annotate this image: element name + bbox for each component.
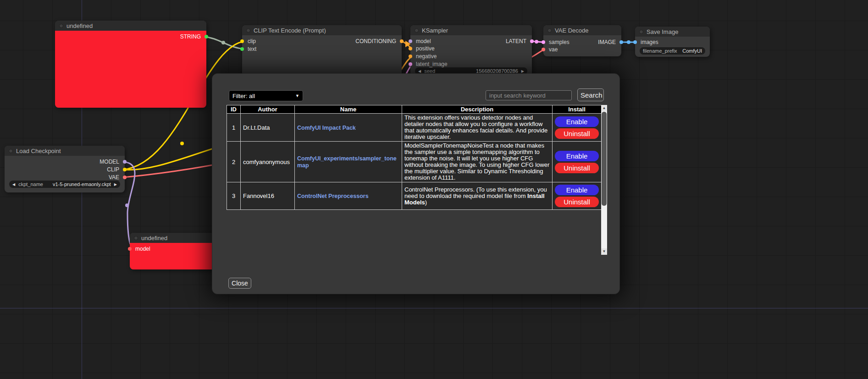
header-author: Author bbox=[241, 105, 295, 114]
input-pin-model[interactable] bbox=[409, 39, 412, 43]
input-pin-images[interactable] bbox=[633, 40, 637, 44]
node-title: Save Image bbox=[647, 28, 678, 35]
custom-nodes-manager-dialog: Filter: all ▼ Search ID Author Name Desc… bbox=[212, 73, 620, 294]
input-pin-text[interactable] bbox=[240, 47, 244, 51]
previous-icon[interactable]: ◀ bbox=[12, 182, 15, 187]
increment-icon[interactable]: ▶ bbox=[521, 69, 524, 73]
table-scrollbar[interactable]: ▲ ▼ bbox=[601, 105, 607, 255]
node-status-icon bbox=[415, 28, 419, 33]
filename-prefix-widget[interactable]: filename_prefix ComfyUI bbox=[640, 47, 705, 55]
enable-button[interactable]: Enable bbox=[555, 151, 599, 161]
input-label-negative: negative bbox=[416, 53, 437, 60]
input-label-model: model bbox=[135, 246, 150, 252]
input-pin-positive[interactable] bbox=[409, 47, 412, 50]
output-label-vae: VAE bbox=[109, 174, 119, 181]
cell-description: ControlNet Preprocessors. (To use this e… bbox=[402, 182, 553, 210]
table-row: 1 Dr.Lt.Data ComfyUI Impact Pack This ex… bbox=[227, 114, 602, 142]
input-label-samples: samples bbox=[549, 39, 569, 45]
uninstall-button[interactable]: Uninstall bbox=[555, 163, 599, 173]
output-pin-conditioning[interactable] bbox=[400, 39, 404, 43]
ckpt-name-value: v1-5-pruned-emaonly.ckpt bbox=[53, 181, 111, 187]
canvas-axis-horizontal bbox=[0, 308, 868, 308]
output-label-conditioning: CONDITIONING bbox=[355, 38, 396, 45]
enable-button[interactable]: Enable bbox=[555, 116, 599, 127]
header-name: Name bbox=[295, 105, 402, 114]
output-pin-latent[interactable] bbox=[530, 39, 534, 43]
extension-link[interactable]: ComfyUI Impact Pack bbox=[297, 125, 356, 131]
input-label-images: images bbox=[641, 39, 658, 45]
scroll-up-icon[interactable]: ▲ bbox=[601, 105, 607, 111]
cell-id: 2 bbox=[227, 142, 241, 182]
scroll-down-icon[interactable]: ▼ bbox=[601, 248, 607, 255]
node-title: Load Checkpoint bbox=[16, 148, 61, 154]
output-pin-string[interactable] bbox=[205, 35, 208, 38]
header-install: Install bbox=[553, 105, 602, 114]
filter-select[interactable]: Filter: all bbox=[229, 90, 303, 101]
close-button[interactable]: Close bbox=[228, 278, 251, 289]
input-label-model: model bbox=[416, 38, 431, 44]
node-title: undefined bbox=[66, 22, 93, 29]
output-pin-vae[interactable] bbox=[123, 176, 127, 179]
node-vae-decode[interactable]: VAE Decode samples IMAGE vae bbox=[543, 25, 621, 56]
output-label-string: STRING bbox=[180, 33, 201, 40]
extension-link[interactable]: ComfyUI_experiments/sampler_tonemap bbox=[297, 155, 397, 169]
node-titlebar[interactable]: undefined bbox=[55, 21, 206, 31]
cell-author: Fannovel16 bbox=[241, 182, 295, 210]
node-title: KSampler bbox=[422, 27, 448, 34]
node-titlebar[interactable]: Load Checkpoint bbox=[5, 146, 125, 156]
node-title: CLIP Text Encode (Prompt) bbox=[254, 27, 326, 34]
ckpt-name-label: ckpt_name bbox=[18, 181, 43, 187]
input-pin-model[interactable] bbox=[128, 247, 132, 251]
search-input[interactable] bbox=[486, 90, 572, 100]
decrement-icon[interactable]: ◀ bbox=[418, 69, 421, 73]
next-icon[interactable]: ▶ bbox=[114, 182, 117, 187]
uninstall-button[interactable]: Uninstall bbox=[555, 128, 599, 139]
search-button[interactable]: Search bbox=[577, 88, 604, 101]
input-label-vae: vae bbox=[549, 46, 558, 53]
filename-prefix-value: ComfyUI bbox=[682, 48, 702, 54]
node-save-image[interactable]: Save Image images filename_prefix ComfyU… bbox=[635, 27, 710, 57]
uninstall-button[interactable]: Uninstall bbox=[555, 197, 599, 207]
output-pin-model[interactable] bbox=[123, 160, 127, 164]
output-pin-clip[interactable] bbox=[123, 168, 127, 171]
node-titlebar[interactable]: KSampler bbox=[410, 25, 532, 35]
node-titlebar[interactable]: Save Image bbox=[635, 27, 710, 37]
input-pin-clip[interactable] bbox=[240, 39, 244, 43]
cell-id: 1 bbox=[227, 114, 241, 142]
cell-author: comfyanonymous bbox=[241, 142, 295, 182]
output-label-clip: CLIP bbox=[107, 166, 119, 173]
input-pin-negative[interactable] bbox=[409, 55, 412, 58]
cell-description: ModelSamplerTonemapNoiseTest a node that… bbox=[402, 142, 553, 182]
node-status-icon bbox=[639, 30, 643, 34]
input-pin-vae[interactable] bbox=[542, 48, 545, 51]
table-row: 3 Fannovel16 ControlNet Preprocessors Co… bbox=[227, 182, 602, 210]
extensions-table-wrap: ID Author Name Description Install 1 Dr.… bbox=[227, 105, 607, 255]
output-label-latent: LATENT bbox=[506, 38, 526, 45]
node-title: VAE Decode bbox=[555, 27, 588, 34]
node-title: undefined bbox=[141, 235, 167, 242]
input-pin-latent-image[interactable] bbox=[409, 62, 412, 66]
node-status-icon bbox=[547, 28, 552, 33]
node-load-checkpoint[interactable]: Load Checkpoint MODEL CLIP VAE ◀ ckpt_na… bbox=[5, 146, 125, 192]
scrollbar-thumb[interactable] bbox=[602, 112, 607, 206]
cell-install: Enable Uninstall bbox=[553, 114, 602, 142]
output-pin-image[interactable] bbox=[619, 40, 623, 44]
ckpt-name-widget[interactable]: ◀ ckpt_name v1-5-pruned-emaonly.ckpt ▶ bbox=[9, 181, 120, 188]
node-status-icon bbox=[9, 149, 13, 153]
header-id: ID bbox=[227, 105, 241, 114]
filename-prefix-label: filename_prefix bbox=[643, 48, 677, 54]
input-pin-samples[interactable] bbox=[542, 40, 545, 44]
cell-description: This extension offers various detector n… bbox=[402, 114, 553, 142]
node-ksampler[interactable]: KSampler model LATENT positive negative … bbox=[410, 25, 532, 78]
enable-button[interactable]: Enable bbox=[555, 185, 599, 195]
header-description: Description bbox=[402, 105, 553, 114]
input-label-text: text bbox=[248, 46, 256, 52]
node-titlebar[interactable]: VAE Decode bbox=[543, 25, 621, 35]
filter-select-wrap: Filter: all ▼ bbox=[229, 90, 303, 101]
input-label-clip: clip bbox=[248, 38, 256, 44]
extension-link[interactable]: ControlNet Preprocessors bbox=[297, 193, 369, 199]
node-undefined-top[interactable]: undefined STRING bbox=[55, 21, 206, 108]
output-label-image: IMAGE bbox=[598, 38, 616, 46]
node-titlebar[interactable]: CLIP Text Encode (Prompt) bbox=[242, 25, 402, 35]
node-status-icon bbox=[246, 28, 250, 33]
